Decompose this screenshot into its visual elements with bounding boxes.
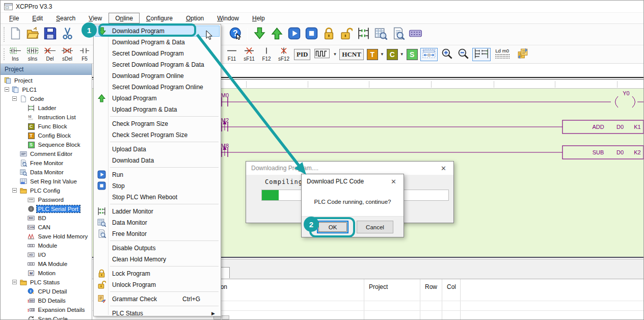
tree-item-project[interactable]: Project bbox=[4, 76, 34, 85]
save-file-button[interactable] bbox=[41, 26, 59, 43]
menu-online[interactable]: Online bbox=[109, 13, 140, 23]
menu-item-secret-download-program-online[interactable]: Secret Download Program Online bbox=[95, 82, 220, 93]
menu-item-unlock-program[interactable]: Unlock Program bbox=[95, 279, 220, 290]
tree-item-bd-details[interactable]: !BDBD Details bbox=[28, 296, 67, 305]
data-monitor-button[interactable] bbox=[372, 26, 389, 43]
communication-button[interactable] bbox=[407, 26, 424, 43]
ladder-edit-ins-button[interactable]: Ins bbox=[7, 46, 24, 63]
tree-item-plc1[interactable]: PLC1 bbox=[12, 85, 39, 94]
pid-instruction-button[interactable]: PID bbox=[294, 49, 310, 60]
ladder-edit-sf11-button[interactable]: sF11 bbox=[240, 46, 258, 63]
menu-item-ladder-monitor[interactable]: Ladder Monitor bbox=[95, 206, 220, 217]
tree-item-ma-module[interactable]: MA Module bbox=[28, 259, 69, 269]
menu-item-check-program-size[interactable]: Check Program Size bbox=[95, 118, 220, 129]
ladder-edit-sins-button[interactable]: sIns bbox=[24, 46, 41, 63]
menu-item-check-secret-program-size[interactable]: Check Secret Program Size bbox=[95, 129, 220, 141]
menu-item-stop[interactable]: Stop bbox=[95, 180, 220, 192]
fit-window-button[interactable] bbox=[420, 48, 438, 61]
menu-help[interactable]: Help bbox=[246, 13, 272, 23]
tree-item-func-block[interactable]: CFunc Block bbox=[28, 122, 69, 131]
menu-item-download-program-data[interactable]: Download Program & Data bbox=[95, 37, 220, 48]
tree-item-module[interactable]: Module bbox=[28, 241, 59, 250]
tree-item-instruction-list[interactable]: IdInstruction List bbox=[28, 113, 77, 122]
ladder-edit-del-button[interactable]: Del bbox=[41, 46, 59, 63]
menu-configure[interactable]: Configure bbox=[140, 13, 179, 23]
context-help-button[interactable]: ? bbox=[227, 26, 244, 43]
menu-item-download-program-online[interactable]: Download Program Online bbox=[95, 70, 220, 82]
counter-block-button[interactable]: C bbox=[387, 49, 398, 60]
tree-item-comment-editor[interactable]: Comment Editor bbox=[19, 149, 74, 158]
tree-item-password[interactable]: ***Password bbox=[28, 195, 66, 204]
menu-search[interactable]: Search bbox=[49, 13, 82, 23]
tree-item-free-monitor[interactable]: Free Monitor bbox=[19, 158, 65, 168]
upload-program-button[interactable] bbox=[268, 26, 285, 43]
tree-item-code[interactable]: Code bbox=[19, 94, 46, 103]
menu-item-upload-program[interactable]: Upload Program bbox=[95, 93, 220, 104]
menu-item-upload-program-data[interactable]: Upload Program & Data bbox=[95, 104, 220, 115]
tree-expander[interactable] bbox=[12, 188, 17, 193]
tree-expander[interactable] bbox=[12, 280, 17, 284]
lock-program-button[interactable] bbox=[320, 26, 337, 43]
menu-option[interactable]: Option bbox=[179, 13, 210, 23]
instruction-list-view-button[interactable]: Ld m0 bbox=[493, 48, 513, 61]
menu-view[interactable]: View bbox=[82, 13, 109, 23]
tree-item-set-reg-init-value[interactable]: Set Reg Init Value bbox=[19, 177, 78, 186]
menu-item-run[interactable]: Run bbox=[95, 169, 220, 180]
ladder-edit-f11-button[interactable]: F11 bbox=[223, 46, 240, 63]
menu-edit[interactable]: Edit bbox=[25, 13, 49, 23]
sequence-block-button[interactable]: S bbox=[407, 49, 418, 60]
tree-item-bd[interactable]: BDBD bbox=[28, 214, 48, 223]
menu-item-clean-hold-memory[interactable]: Clean Hold Memory bbox=[95, 254, 220, 265]
tree-item-plc-status[interactable]: PLC Status bbox=[19, 278, 61, 287]
tree-item-data-monitor[interactable]: Data Monitor bbox=[19, 168, 65, 177]
menu-item-secret-download-program[interactable]: Secret Download Program bbox=[95, 48, 220, 59]
ladder-monitor-button[interactable] bbox=[355, 26, 372, 43]
run-plc-button[interactable] bbox=[285, 26, 303, 43]
cut-button[interactable] bbox=[59, 26, 76, 43]
zoom-out-button[interactable] bbox=[456, 48, 470, 61]
menu-item-stop-plc-when-reboot[interactable]: Stop PLC When Reboot bbox=[95, 192, 220, 203]
tree-item-sequence-block[interactable]: SSequence Block bbox=[28, 140, 82, 149]
unlock-program-button[interactable] bbox=[337, 26, 355, 43]
menu-item-disable-outputs[interactable]: Disable Outputs bbox=[95, 243, 220, 254]
tree-item-cpu-detail[interactable]: iCPU Detail bbox=[28, 287, 69, 296]
convert-view-button[interactable] bbox=[515, 48, 530, 61]
hcnt-instruction-button[interactable]: HCNT bbox=[339, 49, 364, 60]
tree-item-plc-config[interactable]: PLC Config bbox=[19, 186, 62, 195]
tree-item-can[interactable]: CANCAN bbox=[28, 223, 52, 232]
ladder-edit-f12-button[interactable]: F12 bbox=[258, 46, 275, 63]
stop-plc-button[interactable] bbox=[303, 26, 320, 43]
ladder-edit-sdel-button[interactable]: sDel bbox=[59, 46, 76, 63]
menu-item-data-monitor[interactable]: Data Monitor bbox=[95, 217, 220, 228]
tree-item-save-hold-memory[interactable]: Save Hold Memory bbox=[28, 232, 90, 241]
menu-item-free-monitor[interactable]: Free Monitor bbox=[95, 228, 220, 239]
tree-item-config-block[interactable]: TConfig Block bbox=[28, 131, 73, 140]
zoom-in-button[interactable] bbox=[440, 48, 454, 61]
new-file-button[interactable] bbox=[7, 26, 24, 43]
tree-item-motion[interactable]: MMotion bbox=[28, 269, 58, 278]
tree-item-expansion-details[interactable]: !Expansion Details bbox=[28, 305, 87, 314]
ladder-edit-f5-button[interactable]: F5 bbox=[76, 46, 93, 63]
menu-window[interactable]: Window bbox=[210, 13, 246, 23]
menu-item-secret-download-program-data[interactable]: Secret Download Program & Data bbox=[95, 59, 220, 70]
tree-item-plc-serial-port[interactable]: PLC Serial Port bbox=[28, 204, 80, 214]
menu-file[interactable]: File bbox=[3, 13, 25, 23]
dropdown-arrow-icon[interactable]: ▼ bbox=[400, 52, 404, 57]
ladder-view-button[interactable] bbox=[472, 48, 491, 61]
tree-item-scan-cycle[interactable]: Scan Cycle bbox=[28, 314, 69, 319]
menu-item-plc-status[interactable]: PLC Status▶ bbox=[95, 308, 220, 316]
pulse-instruction-button[interactable] bbox=[313, 48, 331, 61]
dropdown-arrow-icon[interactable]: ▼ bbox=[380, 52, 384, 57]
menu-item-grammar-check[interactable]: Grammar CheckCtrl+G bbox=[95, 294, 220, 305]
free-monitor-button[interactable] bbox=[389, 26, 407, 43]
tree-item-i-o[interactable]: I/OI/O bbox=[28, 250, 47, 259]
timer-block-button[interactable]: T bbox=[367, 49, 378, 60]
dropdown-arrow-icon[interactable]: ▼ bbox=[333, 52, 337, 57]
open-file-button[interactable] bbox=[24, 26, 41, 43]
menu-item-lock-program[interactable]: Lock Program bbox=[95, 268, 220, 279]
tree-expander[interactable] bbox=[12, 96, 17, 101]
tree-expander[interactable] bbox=[5, 87, 9, 92]
tree-item-ladder[interactable]: Ladder bbox=[28, 103, 58, 113]
close-icon[interactable]: ✕ bbox=[439, 165, 448, 172]
close-icon[interactable]: ✕ bbox=[389, 178, 398, 185]
